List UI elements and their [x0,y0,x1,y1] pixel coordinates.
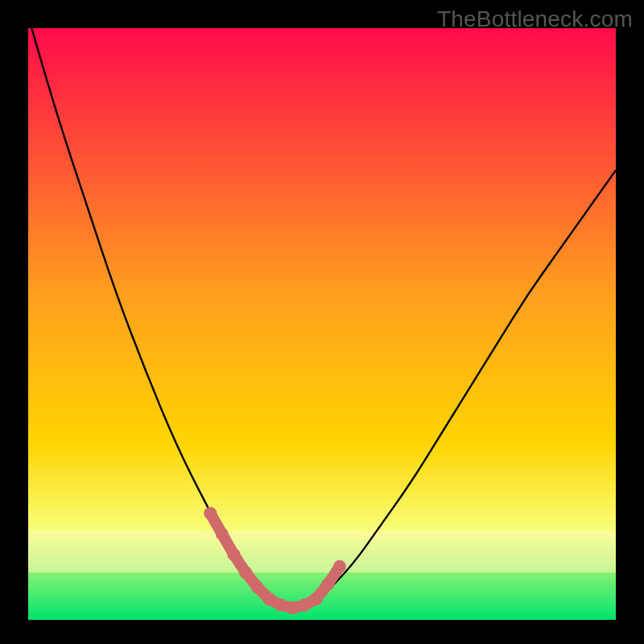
highlight-dot [333,560,346,573]
watermark-text: TheBottleneck.com [437,6,633,32]
highlight-dot [204,507,217,520]
bottleneck-plot [0,0,644,644]
highlight-dot [310,592,323,605]
highlight-dot [275,599,287,612]
highlight-dot [251,581,264,594]
highlight-dot [228,548,241,561]
chart-stage: TheBottleneck.com [0,0,644,644]
highlight-dot [298,599,311,612]
highlight-dot [287,601,299,614]
highlight-dot [321,578,334,591]
highlight-band [28,531,616,572]
highlight-dot [262,592,275,605]
highlight-dot [216,527,229,540]
highlight-dot [239,566,252,579]
